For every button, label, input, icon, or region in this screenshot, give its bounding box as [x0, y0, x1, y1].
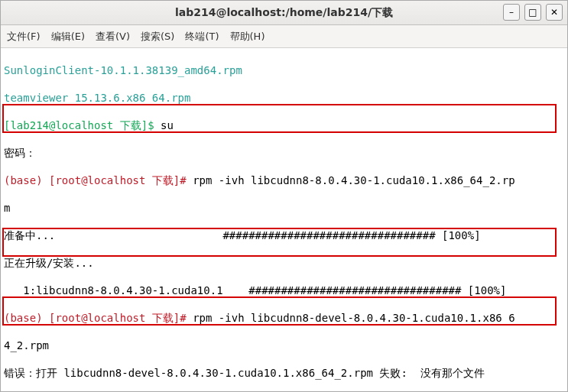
- menu-search[interactable]: 搜索(S): [141, 30, 174, 44]
- terminal-line: 错误：打开 libcudnn8-devel-8.0.4.30-1.cuda10.…: [4, 366, 564, 380]
- menubar: 文件(F) 编辑(E) 查看(V) 搜索(S) 终端(T) 帮助(H): [1, 25, 567, 48]
- terminal-line: m: [4, 201, 564, 215]
- menu-view[interactable]: 查看(V): [96, 30, 130, 44]
- terminal-line: (base) [root@localhost 下载]# rpm -ivh lib…: [4, 311, 564, 325]
- terminal-line: (base) [root@localhost 下载]# rpm -ivh lib…: [4, 173, 564, 187]
- terminal-line: 准备中... #################################…: [4, 228, 564, 242]
- terminal-line: 4_2.rpm: [4, 339, 564, 352]
- maximize-button[interactable]: □: [524, 4, 541, 21]
- terminal-line: SunloginClient-10.1.1.38139_amd64.rpm: [4, 63, 564, 77]
- window-controls: – □ ✕: [503, 4, 563, 21]
- window-title: lab214@localhost:/home/lab214/下载: [1, 6, 567, 20]
- terminal-line: 1:libcudnn8-8.0.4.30-1.cuda10.1 ########…: [4, 283, 564, 297]
- menu-help[interactable]: 帮助(H): [230, 30, 265, 44]
- prompt-root: (base) [root@localhost 下载]#: [4, 312, 193, 324]
- terminal-line: [lab214@localhost 下载]$ su: [4, 118, 564, 132]
- command-text: su: [161, 119, 174, 131]
- command-text: rpm -ivh libcudnn8-devel-8.0.4.30-1.cuda…: [193, 312, 514, 324]
- menu-file[interactable]: 文件(F): [7, 30, 41, 44]
- prompt-root: (base) [root@localhost 下载]#: [4, 174, 193, 186]
- menu-edit[interactable]: 编辑(E): [51, 30, 85, 44]
- terminal-window: lab214@localhost:/home/lab214/下载 – □ ✕ 文…: [0, 0, 568, 392]
- prompt-user: [lab214@localhost 下载]$: [4, 119, 161, 131]
- minimize-button[interactable]: –: [503, 4, 520, 21]
- command-text: rpm -ivh libcudnn8-8.0.4.30-1.cuda10.1.x…: [193, 174, 514, 186]
- terminal-area[interactable]: SunloginClient-10.1.1.38139_amd64.rpm te…: [1, 48, 567, 391]
- titlebar: lab214@localhost:/home/lab214/下载 – □ ✕: [1, 1, 567, 25]
- terminal-line: 正在升级/安装...: [4, 256, 564, 270]
- terminal-line: 密码：: [4, 146, 564, 160]
- menu-terminal[interactable]: 终端(T): [185, 30, 219, 44]
- terminal-line: teamviewer_15.13.6.x86_64.rpm: [4, 91, 564, 105]
- close-button[interactable]: ✕: [546, 4, 563, 21]
